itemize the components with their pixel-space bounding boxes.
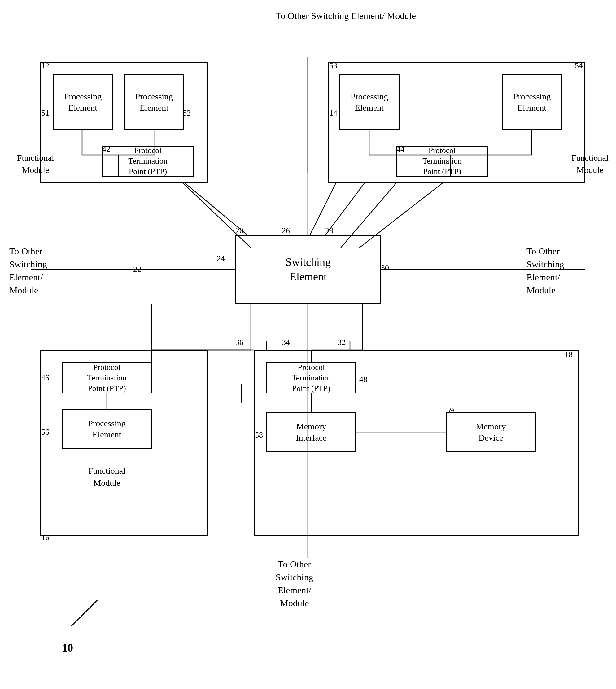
label-functional-module-left: FunctionalModule: [17, 152, 54, 176]
ref-16: 16: [41, 533, 49, 542]
ref-26: 26: [282, 226, 290, 235]
ref-20: 20: [235, 226, 243, 235]
ref-44b: 14: [329, 108, 337, 118]
ref-59: 59: [446, 406, 454, 415]
ref-52: 52: [183, 108, 191, 118]
memory-device-59: MemoryDevice: [446, 412, 536, 452]
ref-12: 12: [41, 61, 49, 70]
ref-42: 42: [102, 145, 110, 154]
label-to-other-bottom: To OtherSwitchingElement/Module: [276, 558, 313, 610]
ref-56: 56: [41, 428, 49, 437]
ref-34: 34: [282, 338, 290, 347]
processing-element-53: ProcessingElement: [339, 74, 399, 130]
ref-48: 48: [359, 375, 367, 384]
ref-54: 54: [575, 61, 583, 70]
ptp-44: ProtocolTerminationPoint (PTP): [396, 146, 488, 177]
label-to-other-right: To OtherSwitchingElement/Module: [527, 245, 564, 297]
ref-36: 36: [235, 338, 243, 347]
ref-28: 28: [325, 226, 333, 235]
ptp-46: ProtocolTerminationPoint (PTP): [62, 363, 152, 393]
ref-44: 44: [396, 145, 404, 154]
ref-30: 30: [381, 263, 389, 273]
ref-10: 10: [62, 641, 73, 654]
ref-32: 32: [337, 338, 346, 347]
ref-53: 53: [329, 61, 337, 70]
label-to-other-top: To Other Switching Element/ Module: [276, 9, 416, 22]
label-to-other-left: To OtherSwitchingElement/Module: [9, 245, 47, 297]
ref-58: 58: [255, 431, 263, 440]
processing-element-52: ProcessingElement: [124, 74, 184, 130]
processing-element-51: ProcessingElement: [53, 74, 113, 130]
label-functional-module-right: FunctionalModule: [571, 152, 609, 176]
processing-element-54: ProcessingElement: [502, 74, 562, 130]
label-functional-module-16: FunctionalModule: [68, 465, 146, 489]
ptp-42: ProtocolTerminationPoint (PTP): [102, 146, 194, 177]
switching-element-20: SwitchingElement: [235, 235, 381, 304]
ref-51: 51: [41, 108, 49, 118]
ref-24: 24: [217, 254, 225, 263]
memory-interface-58: MemoryInterface: [266, 412, 356, 452]
processing-element-56: ProcessingElement: [62, 409, 152, 449]
ptp-48: ProtocolTerminationPoint (PTP): [266, 363, 356, 393]
ref-22: 22: [133, 265, 141, 274]
diagram: To Other Switching Element/ Module Funct…: [0, 0, 616, 689]
ref-18: 18: [565, 350, 573, 359]
ref-46: 46: [41, 373, 49, 383]
arrow-10: [71, 600, 98, 627]
